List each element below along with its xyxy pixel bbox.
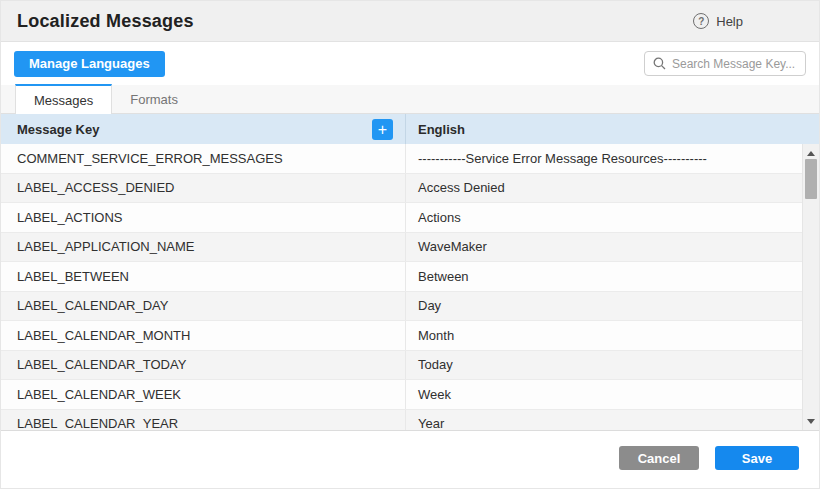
search-input[interactable] (672, 57, 797, 71)
english-value-cell: -----------Service Error Message Resourc… (406, 151, 819, 166)
english-value-cell: Year (406, 416, 819, 431)
toolbar: Manage Languages (1, 42, 819, 85)
english-value-cell: WaveMaker (406, 239, 819, 254)
search-box[interactable] (644, 51, 806, 76)
column-header-english: English (406, 122, 819, 137)
help-label: Help (716, 14, 743, 29)
dialog-footer: Cancel Save (619, 446, 799, 470)
manage-languages-button[interactable]: Manage Languages (14, 51, 165, 77)
column-header-message-key: Message Key + (1, 114, 406, 144)
tab-formats[interactable]: Formats (112, 84, 196, 113)
english-value-cell: Actions (406, 210, 819, 225)
tab-bar: Messages Formats (1, 85, 819, 114)
add-message-key-button[interactable]: + (372, 119, 393, 140)
table-row[interactable]: LABEL_CALENDAR_WEEK Week (1, 380, 819, 410)
message-key-cell: LABEL_ACTIONS (1, 203, 406, 232)
vertical-scrollbar[interactable] (802, 144, 819, 430)
scrollbar-thumb[interactable] (805, 159, 817, 199)
table-row[interactable]: LABEL_ACCESS_DENIED Access Denied (1, 174, 819, 204)
message-key-cell: LABEL_CALENDAR_YEAR (1, 410, 406, 432)
messages-table-body: COMMENT_SERVICE_ERROR_MESSAGES ---------… (1, 144, 819, 431)
page-title: Localized Messages (17, 11, 194, 32)
table-row[interactable]: LABEL_ACTIONS Actions (1, 203, 819, 233)
table-row[interactable]: LABEL_APPLICATION_NAME WaveMaker (1, 233, 819, 263)
scrollbar-down-button[interactable] (803, 414, 819, 428)
message-key-cell: COMMENT_SERVICE_ERROR_MESSAGES (1, 144, 406, 173)
table-row[interactable]: LABEL_CALENDAR_YEAR Year (1, 410, 819, 432)
message-key-cell: LABEL_ACCESS_DENIED (1, 174, 406, 203)
message-key-cell: LABEL_BETWEEN (1, 262, 406, 291)
message-key-cell: LABEL_CALENDAR_DAY (1, 292, 406, 321)
save-button[interactable]: Save (715, 446, 799, 470)
english-value-cell: Day (406, 298, 819, 313)
message-key-cell: LABEL_CALENDAR_MONTH (1, 321, 406, 350)
scrollbar-up-button[interactable] (803, 146, 819, 160)
search-icon (653, 57, 666, 70)
english-value-cell: Today (406, 357, 819, 372)
cancel-button[interactable]: Cancel (619, 446, 699, 470)
english-value-cell: Between (406, 269, 819, 284)
help-icon: ? (693, 13, 709, 29)
english-value-cell: Access Denied (406, 180, 819, 195)
plus-icon: + (378, 120, 387, 139)
help-button[interactable]: ? Help (693, 13, 743, 29)
message-key-cell: LABEL_CALENDAR_WEEK (1, 380, 406, 409)
english-value-cell: Month (406, 328, 819, 343)
dialog-header: Localized Messages ? Help (1, 1, 819, 42)
message-key-cell: LABEL_CALENDAR_TODAY (1, 351, 406, 380)
message-key-column-label: Message Key (17, 122, 99, 137)
english-column-label: English (418, 122, 465, 137)
scroll-up-icon (807, 151, 815, 156)
table-header: Message Key + English (1, 114, 819, 144)
table-row[interactable]: LABEL_BETWEEN Between (1, 262, 819, 292)
table-row[interactable]: COMMENT_SERVICE_ERROR_MESSAGES ---------… (1, 144, 819, 174)
table-row[interactable]: LABEL_CALENDAR_MONTH Month (1, 321, 819, 351)
english-value-cell: Week (406, 387, 819, 402)
scroll-down-icon (807, 419, 815, 424)
table-row[interactable]: LABEL_CALENDAR_DAY Day (1, 292, 819, 322)
tab-messages[interactable]: Messages (15, 84, 112, 114)
table-row[interactable]: LABEL_CALENDAR_TODAY Today (1, 351, 819, 381)
localized-messages-dialog: Localized Messages ? Help Manage Languag… (0, 0, 820, 489)
message-key-cell: LABEL_APPLICATION_NAME (1, 233, 406, 262)
